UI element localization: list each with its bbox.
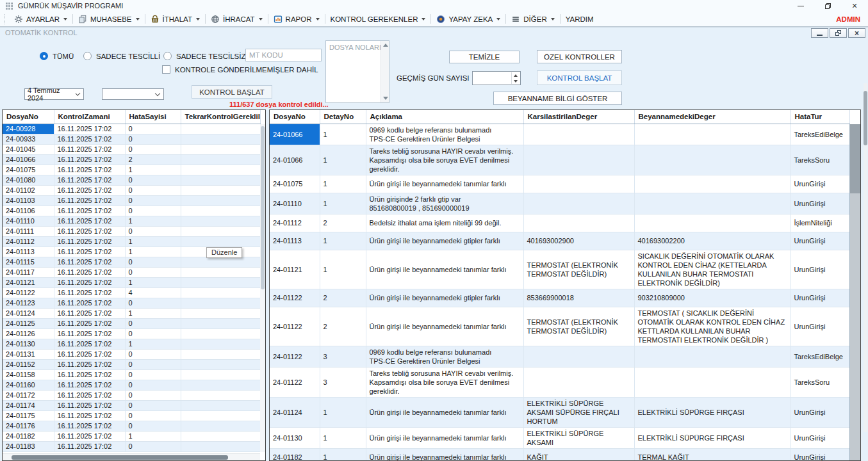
table-row[interactable]: 24-011301Ürün girişi ile beyannamedeki t…	[270, 427, 849, 448]
cell-kontrolzamani[interactable]: 16.11.2025 17:02	[54, 144, 125, 154]
cell-detayno[interactable]: 2	[320, 307, 366, 346]
cell-tekrarkontrolgerekli[interactable]	[181, 144, 260, 154]
table-row[interactable]: 24-0111216.11.2025 17:021	[3, 236, 260, 247]
filter-combo[interactable]	[102, 88, 164, 100]
cell-karsilastirilandeger[interactable]	[523, 124, 634, 145]
cell-dosyano[interactable]: 24-01110	[270, 193, 320, 214]
cell-kontrolzamani[interactable]: 16.11.2025 17:02	[54, 339, 125, 349]
cell-detayno[interactable]: 2	[320, 214, 366, 232]
cell-tekrarkontrolgerekli[interactable]	[181, 410, 260, 421]
table-row[interactable]: 24-0112216.11.2025 17:024	[3, 287, 260, 298]
column-header-hatasayisi[interactable]: HataSayisi	[125, 110, 181, 124]
window-vertical-scrollbar[interactable]	[864, 83, 867, 432]
cell-karsilastirilandeger[interactable]: 853669900018	[523, 289, 634, 307]
cell-dosyano[interactable]: 24-01066	[270, 124, 320, 145]
cell-dosyano[interactable]: 24-01125	[3, 318, 54, 328]
cell-tekrarkontrolgerekli[interactable]	[181, 328, 260, 339]
cell-hatasayisi[interactable]: 0	[125, 369, 181, 380]
cell-beyannamedekideger[interactable]	[634, 124, 790, 145]
cell-detayno[interactable]: 1	[320, 175, 366, 193]
column-header-aciklama[interactable]: Açıklama	[366, 110, 523, 124]
table-row[interactable]: 24-0118216.11.2025 17:021	[3, 431, 260, 441]
cell-tekrarkontrolgerekli[interactable]	[181, 441, 260, 451]
table-row[interactable]: 24-011222Ürün girişi ile beyannamedeki t…	[270, 307, 849, 346]
cell-beyannamedekideger[interactable]: ELEKTRİKLİ SÜPÜRGE FIRÇASI	[634, 427, 790, 448]
scroll-up-icon[interactable]	[383, 44, 388, 47]
cell-kontrolzamani[interactable]: 16.11.2025 17:02	[54, 441, 125, 451]
cell-hatasayisi[interactable]: 0	[125, 267, 181, 277]
kontrol-baslat-right-button[interactable]: KONTROL BAŞLAT	[537, 70, 622, 85]
cell-dosyano[interactable]: 24-01122	[270, 307, 320, 346]
cell-beyannamedekideger[interactable]: SICAKLIK DEĞERİNİ OTOMATİK OLARAK KONTRO…	[634, 250, 790, 289]
table-row[interactable]: 24-0117216.11.2025 17:020	[3, 390, 260, 400]
cell-dosyano[interactable]: 24-01122	[270, 289, 320, 307]
cell-detayno[interactable]: 3	[320, 367, 366, 397]
cell-kontrolzamani[interactable]: 16.11.2025 17:02	[54, 349, 125, 359]
cell-kontrolzamani[interactable]: 16.11.2025 17:02	[54, 247, 125, 257]
cell-aciklama[interactable]: Tareks tebliğ sorusuna HAYIR cevabı veri…	[366, 367, 523, 397]
cell-dosyano[interactable]: 24-01182	[3, 431, 54, 441]
table-row[interactable]: 24-011122Bedelsiz ithalat ama işlem nite…	[270, 214, 849, 232]
cell-kontrolzamani[interactable]: 16.11.2025 17:02	[54, 359, 125, 369]
cell-dosyano[interactable]: 24-01124	[3, 308, 54, 318]
table-row[interactable]: 24-0117616.11.2025 17:020	[3, 421, 260, 431]
menu-item-muhasebe[interactable]: MUHASEBE	[74, 12, 144, 26]
beyanname-bilgi-goster-button[interactable]: BEYANNAME BİLGİ GÖSTER	[493, 92, 622, 105]
cell-detayno[interactable]: 1	[320, 145, 366, 175]
cell-tekrarkontrolgerekli[interactable]	[181, 165, 260, 175]
table-row[interactable]: 24-011211Ürün girişi ile beyannamedeki t…	[270, 250, 849, 289]
cell-hatatur[interactable]: UrunGirişi	[790, 289, 849, 307]
cell-hatasayisi[interactable]: 0	[125, 410, 181, 421]
cell-aciklama[interactable]: Ürün girişi ile beyannamedeki gtipler fa…	[366, 289, 523, 307]
column-header-dosyano[interactable]: DosyaNo	[270, 110, 320, 124]
cell-aciklama[interactable]: Ürün girişi ile beyannamedeki tanımlar f…	[366, 175, 523, 193]
cell-hatatur[interactable]: UrunGirişi	[790, 448, 849, 461]
cell-dosyano[interactable]: 24-01130	[3, 339, 54, 349]
cell-karsilastirilandeger[interactable]: TERMOSTAT (ELEKTRONİK TERMOSTAT DEĞİLDİR…	[523, 307, 634, 346]
cell-beyannamedekideger[interactable]	[634, 214, 790, 232]
table-row[interactable]: 24-010751Ürün girişi ile beyannamedeki t…	[270, 175, 849, 193]
cell-beyannamedekideger[interactable]	[634, 145, 790, 175]
cell-dosyano[interactable]: 24-01075	[270, 175, 320, 193]
cell-hatasayisi[interactable]: 1	[125, 339, 181, 349]
cell-dosyano[interactable]: 24-01176	[3, 421, 54, 431]
table-row[interactable]: 24-0104516.11.2025 17:020	[3, 144, 260, 154]
menu-item-diger[interactable]: DİĞER	[507, 12, 559, 26]
cell-detayno[interactable]: 1	[320, 124, 366, 145]
table-row[interactable]: 24-0110616.11.2025 17:020	[3, 206, 260, 216]
table-row[interactable]: 24-0118316.11.2025 17:020	[3, 441, 260, 451]
cell-kontrolzamani[interactable]: 16.11.2025 17:02	[54, 154, 125, 165]
window-restore-button[interactable]	[814, 0, 841, 12]
cell-dosyano[interactable]: 24-01112	[3, 236, 54, 247]
cell-dosyano[interactable]: 24-01112	[270, 214, 320, 232]
cell-dosyano[interactable]: 24-01160	[3, 380, 54, 390]
scrollbar-thumb[interactable]	[850, 124, 860, 193]
scrollbar-thumb[interactable]	[261, 126, 265, 289]
child-minimize-button[interactable]	[811, 28, 828, 38]
cell-tekrarkontrolgerekli[interactable]	[181, 400, 260, 410]
cell-tekrarkontrolgerekli[interactable]	[181, 380, 260, 390]
cell-kontrolzamani[interactable]: 16.11.2025 17:02	[54, 400, 125, 410]
cell-karsilastirilandeger[interactable]: TERMOSTAT (ELEKTRONİK TERMOSTAT DEĞİLDİR…	[523, 250, 634, 289]
cell-hatasayisi[interactable]: 0	[125, 328, 181, 339]
cell-tekrarkontrolgerekli[interactable]	[181, 431, 260, 441]
cell-tekrarkontrolgerekli[interactable]	[181, 349, 260, 359]
listbox-scrollbar[interactable]	[381, 41, 389, 102]
cell-dosyano[interactable]: 24-01102	[3, 185, 54, 195]
cell-dosyano[interactable]: 24-01066	[3, 154, 54, 165]
cell-detayno[interactable]: 1	[320, 427, 366, 448]
cell-karsilastirilandeger[interactable]: 401693002900	[523, 232, 634, 250]
column-header-kontrolzamani[interactable]: KontrolZamani	[54, 110, 125, 124]
cell-hatasayisi[interactable]: 0	[125, 206, 181, 216]
cell-hatatur[interactable]: UrunGirişi	[790, 427, 849, 448]
cell-detayno[interactable]: 3	[320, 346, 366, 367]
cell-kontrolzamani[interactable]: 16.11.2025 17:02	[54, 206, 125, 216]
cell-dosyano[interactable]: 24-01122	[3, 287, 54, 298]
cell-hatasayisi[interactable]: 0	[125, 144, 181, 154]
cell-tekrarkontrolgerekli[interactable]	[181, 124, 260, 134]
cell-hatasayisi[interactable]: 0	[125, 349, 181, 359]
cell-tekrarkontrolgerekli[interactable]	[181, 267, 260, 277]
cell-hatatur[interactable]: UrunGirişi	[790, 307, 849, 346]
cell-dosyano[interactable]: 24-01183	[3, 441, 54, 451]
cell-beyannamedekideger[interactable]	[634, 175, 790, 193]
